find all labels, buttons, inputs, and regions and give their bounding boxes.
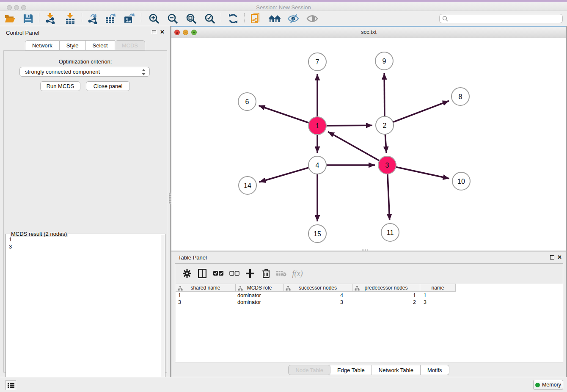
clone-network-icon[interactable] <box>250 12 262 25</box>
network-window-title: scc.txt <box>171 29 566 35</box>
network-view-window: x – + scc.txt 7968124314101511 <box>171 26 566 251</box>
tab-style[interactable]: Style <box>60 40 86 50</box>
cell-predecessor-nodes[interactable]: 2 <box>352 299 420 306</box>
zoom-fit-icon[interactable] <box>185 12 198 25</box>
cell-MCDS-role[interactable]: dominator <box>236 292 284 299</box>
tab-mcds[interactable]: MCDS <box>115 40 145 50</box>
search-input[interactable] <box>448 15 562 22</box>
refresh-layout-icon[interactable] <box>227 12 239 25</box>
column-header-MCDS-role[interactable]: MCDS role <box>236 284 284 292</box>
select-all-icon[interactable] <box>212 268 224 279</box>
tab-motifs[interactable]: Motifs <box>421 365 449 375</box>
search-icon <box>442 16 448 22</box>
hide-panels-icon[interactable] <box>287 12 300 25</box>
open-session-icon[interactable] <box>4 12 17 25</box>
save-session-icon[interactable] <box>22 12 34 25</box>
table-row[interactable]: 1dominator411 <box>176 292 456 299</box>
export-table-icon[interactable] <box>105 12 117 25</box>
node-label-14: 14 <box>244 182 251 189</box>
network-graph[interactable]: 7968124314101511 <box>171 38 566 251</box>
float-table-panel-icon[interactable] <box>550 255 554 259</box>
node-label-7: 7 <box>316 58 319 66</box>
dropdown-value: strongly connected component <box>25 69 100 75</box>
delete-table-icon[interactable] <box>275 268 287 279</box>
cell-successor-nodes[interactable]: 3 <box>284 299 352 306</box>
dropdown-stepper-icon <box>142 69 146 78</box>
mcds-result-text: 1 3 <box>7 236 159 391</box>
search-field[interactable] <box>439 14 563 23</box>
show-panels-icon[interactable] <box>306 12 319 25</box>
control-panel-tabs: NetworkStyleSelectMCDS <box>0 40 170 50</box>
float-panel-icon[interactable] <box>152 30 156 34</box>
close-table-panel-icon[interactable]: ✕ <box>557 254 562 260</box>
import-network-icon[interactable] <box>44 12 57 25</box>
deselect-all-icon[interactable] <box>228 268 240 279</box>
table-settings-icon[interactable] <box>181 268 193 279</box>
delete-row-icon[interactable] <box>260 268 272 279</box>
list-icon <box>8 382 14 388</box>
table-row[interactable]: 3dominator323 <box>176 299 456 306</box>
network-window-titlebar: x – + scc.txt <box>171 27 566 38</box>
control-panel-header: Control Panel ✕ <box>0 26 170 38</box>
export-image-icon[interactable] <box>123 12 136 25</box>
table-header-row: shared nameMCDS rolesuccessor nodesprede… <box>176 284 456 292</box>
table-toolbar: f(x) <box>175 264 563 283</box>
app-window: Session: New Session <box>0 0 567 392</box>
node-label-11: 11 <box>387 229 394 236</box>
function-builder-icon[interactable]: f(x) <box>289 268 306 279</box>
first-neighbors-icon[interactable] <box>268 12 281 25</box>
cell-MCDS-role[interactable]: dominator <box>236 299 284 306</box>
edge-2-8[interactable] <box>385 101 449 125</box>
cell-name[interactable]: 3 <box>420 299 456 306</box>
memory-status-icon <box>535 383 540 387</box>
cell-shared-name[interactable]: 3 <box>176 299 236 306</box>
zoom-selected-icon[interactable] <box>204 12 216 25</box>
result-scrollbar[interactable] <box>161 235 165 392</box>
import-table-icon[interactable] <box>64 12 77 25</box>
cell-predecessor-nodes[interactable]: 1 <box>352 292 420 299</box>
toolbar-separator <box>82 13 82 24</box>
node-label-4: 4 <box>316 162 319 169</box>
close-panel-button[interactable]: Close panel <box>86 81 130 91</box>
tab-network-table[interactable]: Network Table <box>372 365 421 375</box>
node-label-2: 2 <box>383 122 387 129</box>
node-label-15: 15 <box>314 230 321 237</box>
column-header-predecessor-nodes[interactable]: predecessor nodes <box>352 284 420 292</box>
table-panel: Table Panel ✕ <box>171 251 566 377</box>
node-table: shared nameMCDS rolesuccessor nodesprede… <box>176 284 563 362</box>
table-container: f(x) shared nameMCDS rolesuccessor nodes… <box>175 263 563 362</box>
column-header-name[interactable]: name <box>420 284 456 292</box>
toolbar-separator <box>221 13 221 24</box>
tab-node-table[interactable]: Node Table <box>288 365 330 375</box>
cell-name[interactable]: 1 <box>420 292 456 299</box>
optimization-criterion-label: Optimization criterion: <box>4 58 167 65</box>
column-type-icon <box>355 286 360 292</box>
zoom-out-icon[interactable] <box>166 12 179 25</box>
mcds-tab-content: Optimization criterion: strongly connect… <box>3 50 167 373</box>
network-canvas[interactable]: 7968124314101511 <box>171 38 566 251</box>
status-bar: Memory <box>0 377 567 392</box>
show-columns-icon[interactable] <box>196 268 208 279</box>
tab-edge-table[interactable]: Edge Table <box>330 365 372 375</box>
column-header-shared-name[interactable]: shared name <box>176 284 236 292</box>
table-panel-tabs: Node TableEdge TableNetwork TableMotifs <box>171 365 566 375</box>
run-mcds-button[interactable]: Run MCDS <box>40 81 80 91</box>
column-type-icon <box>286 286 291 292</box>
optimization-criterion-dropdown[interactable]: strongly connected component <box>19 67 150 77</box>
cell-successor-nodes[interactable]: 4 <box>284 292 352 299</box>
edge-3-10[interactable] <box>387 165 449 179</box>
toolbar-separator <box>39 13 39 24</box>
tab-select[interactable]: Select <box>86 40 115 50</box>
column-header-successor-nodes[interactable]: successor nodes <box>284 284 352 292</box>
zoom-in-icon[interactable] <box>148 12 160 25</box>
cell-shared-name[interactable]: 1 <box>176 292 236 299</box>
add-row-icon[interactable] <box>244 268 256 279</box>
tab-network[interactable]: Network <box>25 40 60 50</box>
export-network-icon[interactable] <box>86 12 99 25</box>
column-type-icon <box>178 286 183 292</box>
edge-3-1[interactable] <box>328 132 387 165</box>
task-history-button[interactable] <box>6 380 16 390</box>
canvas-splitter-grip[interactable] <box>362 249 369 251</box>
memory-button[interactable]: Memory <box>533 380 563 390</box>
close-panel-icon[interactable]: ✕ <box>160 29 165 35</box>
